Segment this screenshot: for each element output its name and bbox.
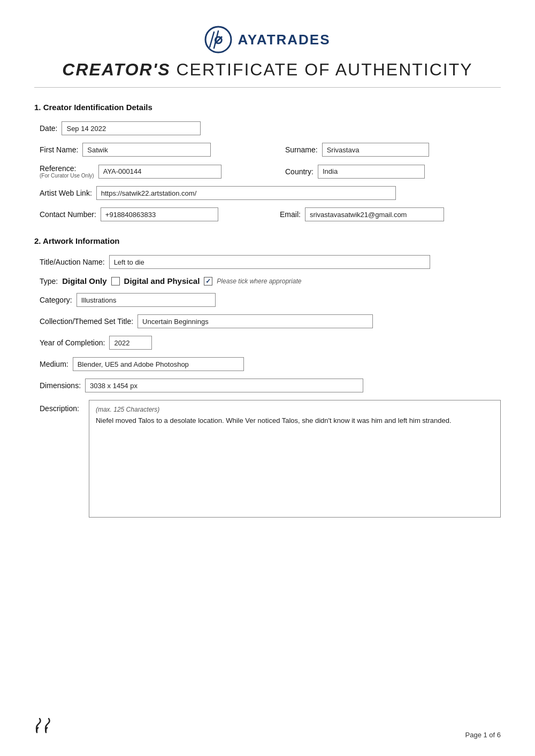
auction-title-row: Title/Auction Name: Left to die [40,255,501,269]
email-field[interactable]: srivastavasatwik21@gmail.com [305,207,444,221]
reference-group: Reference:(For Curator Use Only) AYA-000… [40,164,255,179]
header: ⌀ AYATRADES CREATOR'S CERTIFICATE OF AUT… [34,26,501,80]
firstname-group: First Name: Satwik [40,143,255,157]
category-field[interactable]: Illustrations [77,293,216,307]
artwork-fields: Title/Auction Name: Left to die Type: Di… [40,255,501,518]
description-label: Description: [40,400,79,413]
description-field[interactable]: (max. 125 Characters) Niefel moved Talos… [89,400,501,518]
type-row: Type: Digital Only Digital and Physical … [40,276,501,286]
digital-physical-text: Digital and Physical [124,276,200,286]
description-hint: (max. 125 Characters) [96,406,494,413]
digital-physical-checkbox[interactable] [204,277,212,286]
medium-label: Medium: [40,360,68,368]
logo-area: ⌀ AYATRADES [204,26,330,53]
surname-label: Surname: [285,145,318,154]
collection-field[interactable]: Uncertain Beginnings [137,314,373,328]
document-page: ⌀ AYATRADES CREATOR'S CERTIFICATE OF AUT… [0,0,535,756]
digital-only-text: Digital Only [62,276,106,286]
logo-icon: ⌀ [204,26,232,53]
email-group: Email: srivastavasatwik21@gmail.com [280,207,501,221]
section2-title: 2. Artwork Information [34,236,501,245]
contact-field[interactable]: +918840863833 [101,207,218,221]
type-label: Type: [40,277,58,286]
footer-logo-icon [34,716,61,735]
date-row: Date: Sep 14 2022 [40,121,501,135]
surname-group: Surname: Srivastava [285,143,501,157]
collection-row: Collection/Themed Set Title: Uncertain B… [40,314,501,328]
name-row: First Name: Satwik Surname: Srivastava [40,143,501,157]
country-group: Country: India [285,165,501,179]
svg-line-2 [210,32,214,47]
title-label: Title/Auction Name: [40,258,105,266]
dimensions-label: Dimensions: [40,381,81,390]
country-field[interactable]: India [318,165,425,179]
type-hint: Please tick where appropriate [217,277,301,285]
email-label: Email: [280,210,301,219]
footer-page-number: Page 1 of 6 [465,731,501,739]
dimensions-row: Dimensions: 3038 x 1454 px [40,379,501,392]
title-field[interactable]: Left to die [109,255,430,269]
date-field[interactable]: Sep 14 2022 [62,121,201,135]
creator-details: Date: Sep 14 2022 First Name: Satwik Sur… [40,121,501,221]
firstname-field[interactable]: Satwik [82,143,211,157]
artwork-section: 2. Artwork Information Title/Auction Nam… [34,236,501,518]
section1-title: 1. Creator Identification Details [34,103,501,112]
web-label: Artist Web Link: [40,189,92,197]
dimensions-field[interactable]: 3038 x 1454 px [85,379,363,392]
document-title: CREATOR'S CERTIFICATE OF AUTHENTICITY [62,60,472,80]
reference-label: Reference:(For Curator Use Only) [40,164,94,179]
reference-field[interactable]: AYA-000144 [98,165,221,179]
contact-label: Contact Number: [40,210,96,219]
collection-label: Collection/Themed Set Title: [40,317,133,326]
firstname-label: First Name: [40,145,78,154]
digital-only-checkbox[interactable] [111,277,120,286]
footer: Page 1 of 6 [34,716,501,739]
year-field[interactable]: 2022 [109,336,152,350]
description-row: Description: (max. 125 Characters) Niefe… [40,400,501,518]
category-row: Category: Illustrations [40,293,501,307]
ref-row: Reference:(For Curator Use Only) AYA-000… [40,164,501,179]
contact-row: Contact Number: +918840863833 Email: sri… [40,207,501,221]
medium-row: Medium: Blender, UE5 and Adobe Photoshop [40,357,501,371]
web-row: Artist Web Link: https://satwik22.artsta… [40,186,501,200]
date-label: Date: [40,124,57,133]
surname-field[interactable]: Srivastava [322,143,429,157]
footer-logo-symbol [34,716,61,739]
year-row: Year of Completion: 2022 [40,336,501,350]
header-divider [34,87,501,88]
description-text: Niefel moved Talos to a desolate locatio… [96,416,494,425]
category-label: Category: [40,296,72,304]
country-label: Country: [285,167,314,176]
web-field[interactable]: https://satwik22.artstation.com/ [96,186,396,200]
medium-field[interactable]: Blender, UE5 and Adobe Photoshop [73,357,244,371]
logo-text: AYATRADES [238,32,330,48]
contact-group: Contact Number: +918840863833 [40,207,261,221]
year-label: Year of Completion: [40,338,105,347]
